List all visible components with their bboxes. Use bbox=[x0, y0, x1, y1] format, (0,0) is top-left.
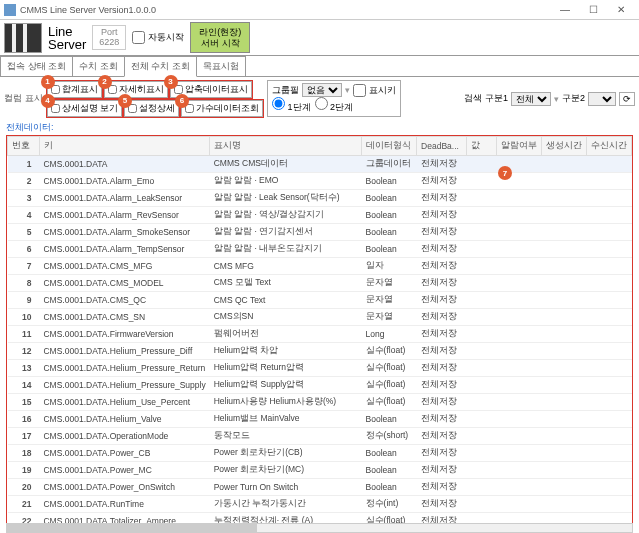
scrollbar-thumb[interactable] bbox=[7, 524, 257, 532]
table-row[interactable]: 5CMS.0001.DATA.Alarm_SmokeSensor알람 알람 · … bbox=[8, 224, 632, 241]
tab-values[interactable]: 수치 조회 bbox=[72, 56, 125, 76]
group-select[interactable]: 없음 bbox=[302, 83, 342, 97]
table-row[interactable]: 19CMS.0001.DATA.Power_MCPower 회로차단기(MC)B… bbox=[8, 462, 632, 479]
server-logo bbox=[4, 23, 42, 53]
start-server-button[interactable]: 라인(현장) 서버 시작 bbox=[190, 22, 250, 54]
table-row[interactable]: 4CMS.0001.DATA.Alarm_RevSensor알람 알람 · 역상… bbox=[8, 207, 632, 224]
column-header[interactable]: 생성시간 bbox=[541, 137, 586, 156]
horizontal-scrollbar[interactable] bbox=[6, 523, 633, 533]
maximize-button[interactable]: ☐ bbox=[579, 1, 607, 19]
total-data-label: 전체데이터: bbox=[0, 120, 639, 135]
level1-radio[interactable]: 1단계 bbox=[272, 97, 311, 114]
column-header[interactable]: 알람여부 bbox=[496, 137, 541, 156]
table-row[interactable]: 7CMS.0001.DATA.CMS_MFGCMS MFG일자전체저장 bbox=[8, 258, 632, 275]
column-header[interactable]: 수신시간 bbox=[586, 137, 631, 156]
table-row[interactable]: 10CMS.0001.DATA.CMS_SNCMS의SN문자열전체저장 bbox=[8, 309, 632, 326]
table-row[interactable]: 6CMS.0001.DATA.Alarm_TempSensor알람 알람 · 내… bbox=[8, 241, 632, 258]
table-row[interactable]: 1CMS.0001.DATACMMS CMS데이터그룹데이터전체저장 bbox=[8, 156, 632, 173]
gubun2-select[interactable] bbox=[588, 92, 616, 106]
table-row[interactable]: 8CMS.0001.DATA.CMS_MODELCMS 모델 Text문자열전체… bbox=[8, 275, 632, 292]
filter-bar: 컬럼 표시 합계표시 1 자세히표시 2 압축데이터표시 3 상세설명 보기 4… bbox=[0, 77, 639, 120]
chk-sum[interactable]: 합계표시 1 bbox=[47, 81, 102, 98]
chk-detail[interactable]: 자세히표시 2 bbox=[104, 81, 168, 98]
table-row[interactable]: 11CMS.0001.DATA.FirmwareVersion펌웨어버전Long… bbox=[8, 326, 632, 343]
data-table: 번호키표시명데이터형식DeadBa...값알람여부생성시간수신시간 1CMS.0… bbox=[7, 136, 632, 525]
table-row[interactable]: 15CMS.0001.DATA.Helium_Use_PercentHelium… bbox=[8, 394, 632, 411]
column-header[interactable]: 값 bbox=[467, 137, 497, 156]
table-row[interactable]: 20CMS.0001.DATA.Power_OnSwitchPower Turn… bbox=[8, 479, 632, 496]
column-header[interactable]: DeadBa... bbox=[417, 137, 467, 156]
table-row[interactable]: 16CMS.0001.DATA.Helium_ValveHelium밸브 Mai… bbox=[8, 411, 632, 428]
table-row[interactable]: 9CMS.0001.DATA.CMS_QCCMS QC Text문자열전체저장 bbox=[8, 292, 632, 309]
auto-start-checkbox[interactable]: 자동시작 bbox=[132, 31, 184, 44]
chk-fake[interactable]: 가수데이터조회 6 bbox=[181, 100, 263, 117]
table-row[interactable]: 17CMS.0001.DATA.OperationMode동작모드정수(shor… bbox=[8, 428, 632, 445]
app-icon bbox=[4, 4, 16, 16]
table-row[interactable]: 3CMS.0001.DATA.Alarm_LeakSensor알람 알람 · L… bbox=[8, 190, 632, 207]
table-row[interactable]: 21CMS.0001.DATA.RunTime가동시간 누적가동시간정수(int… bbox=[8, 496, 632, 513]
table-row[interactable]: 12CMS.0001.DATA.Helium_Pressure_DiffHeli… bbox=[8, 343, 632, 360]
group-box: 그룹필 없음 ▾ 표시키 1단계 2단계 bbox=[267, 80, 401, 117]
tab-target-test[interactable]: 목표시험 bbox=[196, 56, 246, 76]
level2-radio[interactable]: 2단계 bbox=[315, 97, 354, 114]
column-header[interactable]: 번호 bbox=[8, 137, 40, 156]
tab-connection[interactable]: 접속 상태 조회 bbox=[0, 56, 73, 76]
tabs: 접속 상태 조회 수치 조회 전체 수치 조회 목표시험 bbox=[0, 56, 639, 77]
minimize-button[interactable]: — bbox=[551, 1, 579, 19]
gubun1-select[interactable]: 전체 bbox=[511, 92, 551, 106]
tab-all-values[interactable]: 전체 수치 조회 bbox=[124, 56, 197, 77]
data-table-wrap: 7 번호키표시명데이터형식DeadBa...값알람여부생성시간수신시간 1CMS… bbox=[6, 135, 633, 525]
chk-settings[interactable]: 설정상세 5 bbox=[124, 100, 179, 117]
table-row[interactable]: 13CMS.0001.DATA.Helium_Pressure_ReturnHe… bbox=[8, 360, 632, 377]
refresh-button[interactable]: ⟳ bbox=[619, 92, 635, 106]
table-row[interactable]: 2CMS.0001.DATA.Alarm_Emo알람 알람 · EMOBoole… bbox=[8, 173, 632, 190]
port-box: Port 6228 bbox=[92, 25, 126, 51]
column-header[interactable]: 표시명 bbox=[210, 137, 362, 156]
table-row[interactable]: 14CMS.0001.DATA.Helium_Pressure_SupplyHe… bbox=[8, 377, 632, 394]
show-key-checkbox[interactable] bbox=[353, 84, 366, 97]
chk-desc[interactable]: 상세설명 보기 4 bbox=[47, 100, 123, 117]
titlebar: CMMS Line Server Version1.0.0.0 — ☐ ✕ bbox=[0, 0, 639, 20]
brand: Line Server bbox=[48, 25, 86, 51]
window-title: CMMS Line Server Version1.0.0.0 bbox=[20, 5, 551, 15]
column-display-label: 컬럼 표시 bbox=[4, 92, 43, 105]
column-header[interactable]: 데이터형식 bbox=[362, 137, 417, 156]
table-row[interactable]: 18CMS.0001.DATA.Power_CBPower 회로차단기(CB)B… bbox=[8, 445, 632, 462]
header: Line Server Port 6228 자동시작 라인(현장) 서버 시작 bbox=[0, 20, 639, 56]
close-button[interactable]: ✕ bbox=[607, 1, 635, 19]
column-header[interactable]: 키 bbox=[39, 137, 209, 156]
